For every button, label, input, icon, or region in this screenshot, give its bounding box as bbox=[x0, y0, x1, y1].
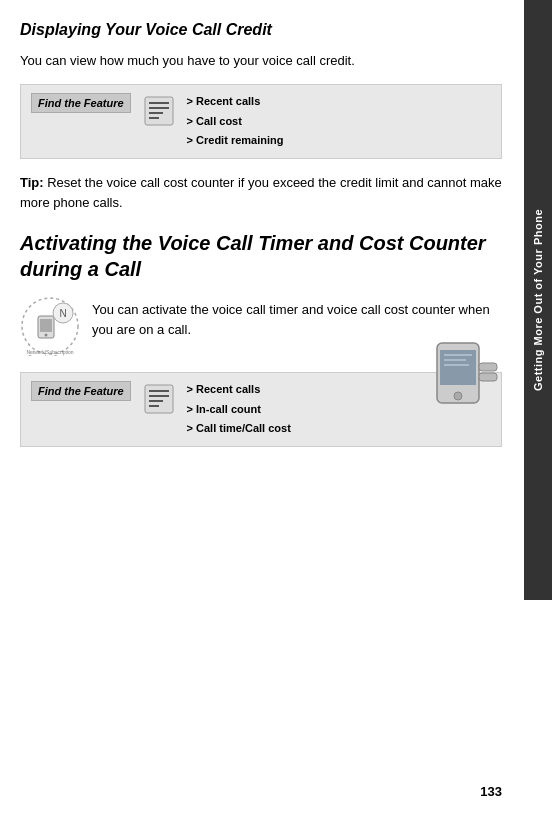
svg-rect-1 bbox=[149, 102, 169, 104]
menu-svg-1 bbox=[143, 95, 175, 127]
network-section: N Network/Subscription Dependent Feature… bbox=[20, 296, 502, 356]
find-feature-steps-1: Recent calls Call cost Credit remaining bbox=[187, 93, 284, 150]
svg-rect-22 bbox=[479, 373, 497, 381]
section2-body: You can activate the voice call timer an… bbox=[92, 296, 502, 339]
step-1-3: Credit remaining bbox=[187, 132, 284, 150]
find-feature-label-1: Find the Feature bbox=[31, 93, 131, 113]
svg-rect-24 bbox=[444, 359, 466, 361]
section2-title: Activating the Voice Call Timer and Cost… bbox=[20, 230, 502, 282]
find-feature-box-2: Find the Feature Recent calls In-call co… bbox=[20, 372, 502, 447]
phone-svg bbox=[432, 338, 502, 418]
svg-point-20 bbox=[454, 392, 462, 400]
svg-rect-0 bbox=[145, 97, 173, 125]
svg-rect-2 bbox=[149, 107, 169, 109]
page-container: Getting More Out of Your Phone Displayin… bbox=[0, 0, 552, 819]
menu-svg-2 bbox=[143, 383, 175, 415]
svg-rect-7 bbox=[40, 319, 52, 332]
step-1-1: Recent calls bbox=[187, 93, 284, 111]
svg-rect-17 bbox=[149, 405, 159, 407]
section1-body: You can view how much you have to your v… bbox=[20, 51, 502, 71]
network-svg: N Network/Subscription Dependent Feature bbox=[20, 296, 80, 356]
step-2-2: In-call count bbox=[187, 401, 291, 419]
svg-rect-21 bbox=[479, 363, 497, 371]
svg-rect-23 bbox=[444, 354, 472, 356]
phone-illustration bbox=[432, 338, 502, 421]
step-2-1: Recent calls bbox=[187, 381, 291, 399]
tip-label: Tip: bbox=[20, 175, 44, 190]
page-number: 133 bbox=[480, 784, 502, 799]
svg-rect-14 bbox=[149, 390, 169, 392]
tip-text: Tip: Reset the voice call cost counter i… bbox=[20, 173, 502, 212]
svg-rect-15 bbox=[149, 395, 169, 397]
svg-rect-3 bbox=[149, 112, 163, 114]
network-badge-icon: N Network/Subscription Dependent Feature bbox=[20, 296, 80, 356]
svg-rect-25 bbox=[444, 364, 469, 366]
main-content: Displaying Your Voice Call Credit You ca… bbox=[0, 0, 552, 481]
svg-text:N: N bbox=[59, 308, 66, 319]
find-feature-steps-2: Recent calls In-call count Call time/Cal… bbox=[187, 381, 291, 438]
find-feature-box-1: Find the Feature Recent calls Call cost … bbox=[20, 84, 502, 159]
menu-icon-2 bbox=[141, 381, 177, 417]
section1-title: Displaying Your Voice Call Credit bbox=[20, 20, 502, 41]
svg-text:Dependent Feature: Dependent Feature bbox=[28, 354, 71, 356]
svg-point-8 bbox=[45, 334, 48, 337]
svg-rect-4 bbox=[149, 117, 159, 119]
step-2-3: Call time/Call cost bbox=[187, 420, 291, 438]
svg-rect-16 bbox=[149, 400, 163, 402]
svg-rect-13 bbox=[145, 385, 173, 413]
tip-body: Reset the voice call cost counter if you… bbox=[20, 175, 502, 210]
step-1-2: Call cost bbox=[187, 113, 284, 131]
find-feature-label-2: Find the Feature bbox=[31, 381, 131, 401]
menu-icon-1 bbox=[141, 93, 177, 129]
